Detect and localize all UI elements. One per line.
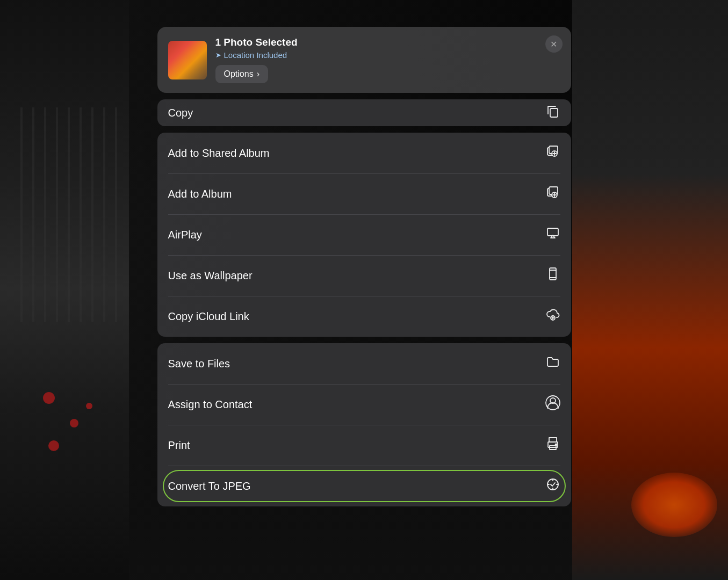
- airplay-icon: [545, 226, 560, 244]
- header-info: 1 Photo Selected ➤ Location Included Opt…: [215, 37, 560, 83]
- save-files-label: Save to Files: [168, 358, 230, 370]
- print-item[interactable]: Print: [157, 425, 571, 466]
- wallpaper-label: Use as Wallpaper: [168, 270, 253, 282]
- copy-icon: [545, 104, 560, 122]
- contact-icon: [545, 395, 560, 414]
- close-icon: ✕: [550, 39, 557, 49]
- assign-to-contact-item[interactable]: Assign to Contact: [157, 384, 571, 425]
- add-shared-album-label: Add to Shared Album: [168, 147, 270, 160]
- save-to-files-item[interactable]: Save to Files: [157, 343, 571, 384]
- menu-group-1: Add to Shared Album Add to Album: [157, 133, 571, 337]
- airplay-item[interactable]: AirPlay: [157, 214, 571, 255]
- share-header: 1 Photo Selected ➤ Location Included Opt…: [157, 27, 571, 93]
- airplay-label: AirPlay: [168, 229, 202, 241]
- convert-to-jpeg-item[interactable]: Convert To JPEG: [157, 466, 571, 506]
- options-button[interactable]: Options ›: [215, 65, 268, 83]
- close-button[interactable]: ✕: [545, 35, 563, 53]
- photo-thumbnail: [168, 41, 207, 79]
- svg-rect-0: [550, 108, 558, 117]
- grill-texture: [11, 107, 118, 322]
- print-icon: [545, 436, 560, 454]
- print-label: Print: [168, 439, 190, 452]
- assign-contact-label: Assign to Contact: [168, 398, 253, 411]
- location-label: Location Included: [224, 50, 287, 60]
- copy-label: Copy: [168, 107, 193, 119]
- photo-selected-title: 1 Photo Selected: [215, 37, 560, 48]
- svg-rect-7: [547, 228, 558, 236]
- save-files-icon: [545, 354, 560, 373]
- add-album-label: Add to Album: [168, 188, 232, 200]
- svg-rect-14: [549, 438, 557, 442]
- icloud-link-icon: [545, 307, 560, 325]
- icloud-link-label: Copy iCloud Link: [168, 310, 249, 323]
- wallpaper-icon: [545, 266, 560, 285]
- share-sheet: 1 Photo Selected ➤ Location Included Opt…: [157, 27, 571, 513]
- add-album-icon: [545, 185, 560, 203]
- orange-liquid: [631, 473, 717, 537]
- location-info: ➤ Location Included: [215, 50, 560, 60]
- convert-icon: [545, 477, 560, 495]
- convert-jpeg-label: Convert To JPEG: [168, 480, 251, 492]
- copy-icloud-link-item[interactable]: Copy iCloud Link: [157, 296, 571, 337]
- add-to-shared-album-item[interactable]: Add to Shared Album: [157, 133, 571, 173]
- copy-menu-item[interactable]: Copy: [157, 99, 571, 126]
- add-to-album-item[interactable]: Add to Album: [157, 173, 571, 214]
- menu-group-2: Save to Files Assign to Contact Print: [157, 343, 571, 506]
- shared-album-icon: [545, 144, 560, 162]
- partial-menu-group: Copy: [157, 99, 571, 126]
- options-label: Options: [224, 69, 254, 79]
- chevron-right-icon: ›: [257, 69, 260, 79]
- svg-point-17: [555, 444, 557, 446]
- use-as-wallpaper-item[interactable]: Use as Wallpaper: [157, 255, 571, 296]
- location-arrow-icon: ➤: [215, 51, 221, 59]
- red-spots: [32, 376, 118, 483]
